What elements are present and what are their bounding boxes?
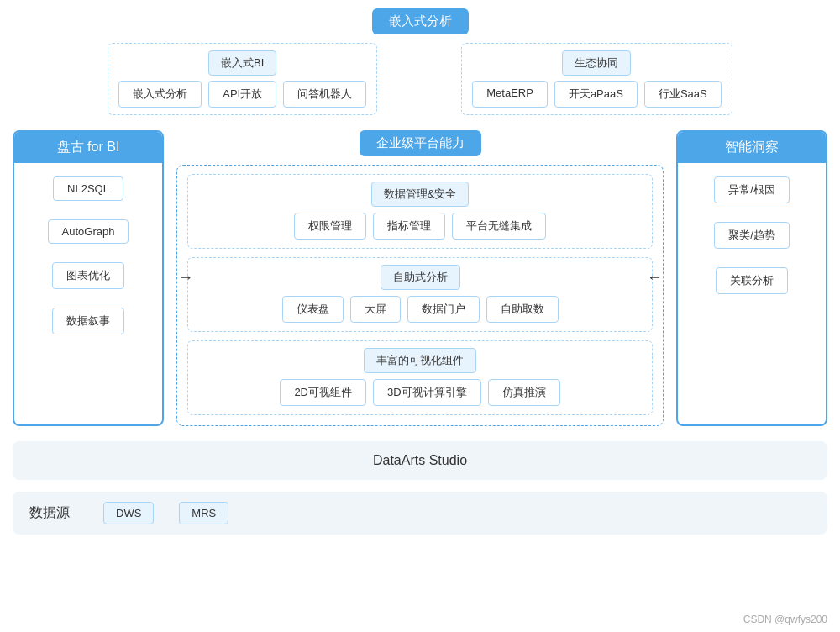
col-mid: 企业级平台能力 数据管理&安全 权限管理 指标管理 平台无缝集成 [164,130,676,426]
mid-viz-item-0: 2D可视组件 [280,379,366,406]
mid-sub-data: 数据管理&安全 权限管理 指标管理 平台无缝集成 [187,174,653,249]
mid-sub-data-title: 数据管理&安全 [371,182,470,207]
col-right-items: 异常/根因 聚类/趋势 关联分析 [678,176,826,294]
arrow-right-icon: → [178,269,193,287]
embed-eco-item-0: MetaERP [472,81,548,108]
embed-group-eco-items: MetaERP 开天aPaaS 行业SaaS [472,81,722,108]
col-left-items: NL2SQL AutoGraph 图表优化 数据叙事 [14,176,162,334]
mid-self-item-3: 自助取数 [486,296,559,323]
mid-sub-data-items: 权限管理 指标管理 平台无缝集成 [294,213,546,240]
embed-group-eco-label: 生态协同 [562,50,631,76]
right-item-anomaly: 异常/根因 [714,176,790,203]
arrow-left-icon: ← [647,269,662,287]
mid-data-item-0: 权限管理 [294,213,366,240]
left-item-story: 数据叙事 [52,308,124,334]
datasource-items: DWS MRS [103,502,228,524]
embed-group-bi-items: 嵌入式分析 API开放 问答机器人 [118,81,366,108]
embed-group-bi-label: 嵌入式BI [208,50,276,76]
embed-item-1: API开放 [208,81,276,108]
embed-boxes: 嵌入式BI 嵌入式分析 API开放 问答机器人 生态协同 MetaERP 开天a… [108,43,732,115]
col-right-title: 智能洞察 [678,132,826,163]
mid-sub-self-items: 仪表盘 大屏 数据门户 自助取数 [282,296,559,323]
embed-title-label: 嵌入式分析 [372,8,469,34]
right-item-relation: 关联分析 [716,267,788,294]
col-mid-label: 企业级平台能力 [360,130,481,156]
col-right: 智能洞察 异常/根因 聚类/趋势 关联分析 [676,130,827,426]
mid-viz-item-2: 仿真推演 [488,379,560,406]
col-mid-inner: 数据管理&安全 权限管理 指标管理 平台无缝集成 → [176,165,664,426]
mid-self-item-0: 仪表盘 [282,296,344,323]
mid-self-item-2: 数据门户 [407,296,480,323]
dataarts-section: DataArts Studio [13,441,827,480]
mid-sub-viz-items: 2D可视组件 3D可视计算引擎 仿真推演 [280,379,559,406]
left-item-chart: 图表优化 [52,262,124,289]
datasource-mrs: MRS [179,502,228,524]
right-item-cluster: 聚类/趋势 [714,222,790,249]
embed-title: 嵌入式分析 [372,8,469,34]
main-section: 盘古 for BI NL2SQL AutoGraph 图表优化 数据叙事 企业级… [13,130,827,426]
mid-sub-self: → ← 自助式分析 仪表盘 大屏 数据门户 自助取数 [187,257,653,332]
datasource-label: 数据源 [29,504,70,522]
col-mid-title: 企业级平台能力 [360,130,481,156]
col-left: 盘古 for BI NL2SQL AutoGraph 图表优化 数据叙事 [13,130,164,426]
mid-sub-viz: 丰富的可视化组件 2D可视组件 3D可视计算引擎 仿真推演 [187,340,653,415]
embed-section: 嵌入式分析 嵌入式BI 嵌入式分析 API开放 问答机器人 生态协同 MetaE… [13,8,827,115]
datasource-section: 数据源 DWS MRS [13,492,827,535]
embed-eco-item-1: 开天aPaaS [554,81,638,108]
mid-viz-item-1: 3D可视计算引擎 [373,379,481,406]
datasource-dws: DWS [103,502,154,524]
mid-sub-self-title: 自助式分析 [381,265,460,290]
left-item-autograph: AutoGraph [48,219,129,244]
embed-group-eco: 生态协同 MetaERP 开天aPaaS 行业SaaS [461,43,732,115]
mid-sub-viz-title: 丰富的可视化组件 [364,348,476,373]
mid-data-item-1: 指标管理 [373,213,445,240]
embed-group-bi: 嵌入式BI 嵌入式分析 API开放 问答机器人 [108,43,377,115]
left-item-nl2sql: NL2SQL [53,176,123,201]
mid-data-item-2: 平台无缝集成 [452,213,546,240]
dataarts-label: DataArts Studio [373,453,467,467]
embed-item-0: 嵌入式分析 [118,81,202,108]
watermark: CSDN @qwfys200 [743,614,827,625]
col-left-title: 盘古 for BI [14,132,162,163]
embed-item-2: 问答机器人 [283,81,366,108]
embed-eco-item-2: 行业SaaS [644,81,722,108]
mid-self-item-1: 大屏 [350,296,401,323]
